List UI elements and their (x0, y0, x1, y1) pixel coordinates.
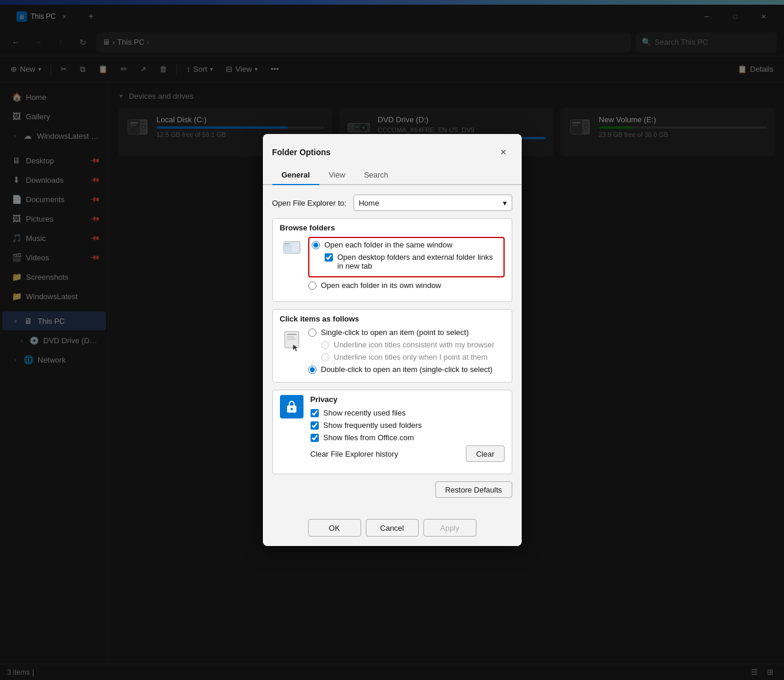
svg-rect-21 (285, 245, 288, 246)
clear-history-label: Clear File Explorer history (311, 450, 399, 458)
privacy-section: Privacy Show recently used files Show fr… (272, 390, 512, 474)
click-option1-radio[interactable] (308, 329, 316, 337)
svg-point-28 (291, 408, 293, 410)
underline-browser-radio[interactable] (321, 341, 329, 349)
select-value: Home (359, 199, 379, 207)
svg-rect-24 (287, 336, 294, 337)
click-option1-sub1-row: Underline icon titles consistent with my… (308, 340, 505, 349)
browse-option1-label: Open each folder in the same window (325, 240, 453, 249)
show-office-label: Show files from Office.com (323, 433, 414, 442)
tab-general[interactable]: General (272, 166, 319, 185)
clear-history-row: Clear File Explorer history Clear (311, 445, 505, 462)
browse-option1-radio[interactable] (312, 241, 320, 249)
click-option2-row: Double-click to open an item (single-cli… (308, 365, 505, 374)
modal-overlay: Folder Options ✕ General View Search Ope… (0, 0, 784, 680)
click-option1-label: Single-click to open an item (point to s… (321, 328, 469, 337)
browse-option1-row: Open each folder in the same window (312, 240, 501, 249)
apply-button[interactable]: Apply (423, 519, 476, 537)
show-office-checkbox[interactable] (311, 434, 319, 442)
privacy-content: Privacy Show recently used files Show fr… (311, 395, 505, 469)
click-option2-radio[interactable] (308, 366, 316, 374)
ok-button[interactable]: OK (308, 519, 361, 537)
svg-rect-23 (287, 334, 296, 335)
dialog-close-button[interactable]: ✕ (495, 143, 512, 161)
clear-button[interactable]: Clear (466, 445, 504, 462)
underline-point-radio[interactable] (321, 353, 329, 361)
svg-rect-20 (285, 243, 289, 244)
show-recent-label: Show recently used files (323, 408, 406, 417)
open-file-explorer-row: Open File Explorer to: Home ▾ (272, 195, 512, 211)
browse-folders-section: Browse folders (272, 218, 512, 302)
folder-options-dialog: Folder Options ✕ General View Search Ope… (263, 134, 522, 546)
dialog-title-bar: Folder Options ✕ (263, 134, 522, 161)
open-file-explorer-select[interactable]: Home ▾ (353, 195, 512, 211)
tab-view[interactable]: View (319, 166, 355, 185)
browse-option1-highlight: Open each folder in the same window Open… (308, 237, 505, 277)
underline-point-label: Underline icon titles only when I point … (334, 353, 488, 361)
click-option2-label: Double-click to open an item (single-cli… (321, 365, 493, 374)
click-option1-sub2-row: Underline icon titles only when I point … (308, 353, 505, 361)
show-frequent-checkbox[interactable] (311, 421, 319, 430)
select-chevron: ▾ (503, 199, 507, 207)
browse-folders-title: Browse folders (280, 223, 505, 232)
dialog-tabs: General View Search (263, 166, 522, 185)
dialog-title: Folder Options (272, 148, 331, 157)
privacy-icon (280, 395, 303, 418)
open-desktop-folders-checkbox[interactable] (325, 253, 333, 262)
show-frequent-row: Show frequently used folders (311, 421, 505, 430)
click-items-title: Click items as follows (280, 314, 505, 323)
browse-option2-radio[interactable] (308, 282, 316, 290)
dialog-footer: OK Cancel Apply (263, 514, 522, 546)
tab-search[interactable]: Search (355, 166, 398, 185)
restore-defaults-row: Restore Defaults (272, 481, 512, 498)
browse-option2-label: Open each folder in its own window (321, 281, 442, 290)
click-option1-row: Single-click to open an item (point to s… (308, 328, 505, 337)
svg-rect-25 (287, 339, 295, 340)
show-frequent-label: Show frequently used folders (323, 421, 422, 430)
show-recent-row: Show recently used files (311, 408, 505, 417)
click-items-section: Click items as follows (272, 309, 512, 383)
restore-defaults-button[interactable]: Restore Defaults (435, 481, 512, 498)
underline-browser-label: Underline icon titles consistent with my… (334, 340, 495, 349)
open-file-explorer-label: Open File Explorer to: (272, 199, 346, 207)
show-recent-checkbox[interactable] (311, 409, 319, 417)
privacy-title: Privacy (311, 395, 505, 404)
browse-option1-sub-row: Open desktop folders and external folder… (312, 253, 501, 270)
open-desktop-folders-label: Open desktop folders and external folder… (338, 253, 501, 270)
browse-option2-row: Open each folder in its own window (308, 281, 505, 290)
dialog-body: Open File Explorer to: Home ▾ Browse fol… (263, 185, 522, 514)
show-office-row: Show files from Office.com (311, 433, 505, 442)
cancel-button[interactable]: Cancel (366, 519, 419, 537)
